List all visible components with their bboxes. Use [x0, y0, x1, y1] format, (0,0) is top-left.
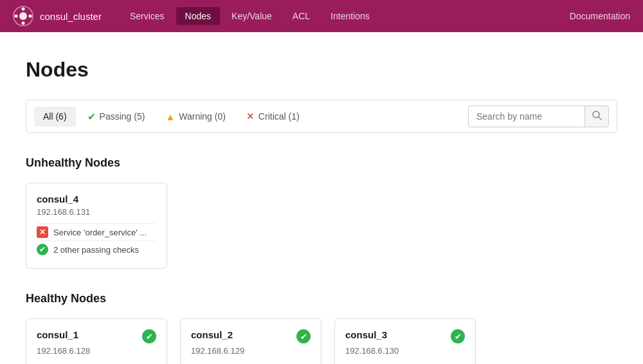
passing-icon: ✔	[87, 111, 96, 123]
navbar-links: Services Nodes Key/Value ACL Intentions	[121, 7, 570, 25]
warning-icon: ▲	[165, 111, 175, 122]
page-title: Nodes	[26, 58, 617, 82]
svg-point-1	[19, 12, 27, 20]
nav-nodes[interactable]: Nodes	[176, 7, 220, 25]
node-header-2: consul_2 ✔	[191, 329, 311, 343]
consul-logo	[13, 6, 33, 26]
node-card-header: consul_4	[37, 194, 156, 205]
node-header-3: consul_3 ✔	[345, 329, 465, 343]
node-check-passing: ✔ 2 other passing checks	[37, 241, 156, 258]
pass-icon-2: ✔	[296, 329, 311, 343]
critical-icon: ✕	[246, 111, 255, 122]
node-card-consul2[interactable]: consul_2 ✔ 192.168.6.129	[180, 318, 322, 364]
search-box	[468, 105, 609, 127]
check-text-critical: Service 'order_service' ...	[53, 228, 147, 237]
node-name: consul_4	[37, 194, 78, 205]
filter-bar: All (6) ✔ Passing (5) ▲ Warning (0) ✕ Cr…	[26, 100, 617, 133]
svg-point-3	[22, 22, 25, 25]
search-button[interactable]	[584, 106, 608, 127]
unhealthy-nodes-grid: consul_4 192.168.6.131 ✕ Service 'order_…	[26, 183, 617, 269]
nav-acl[interactable]: ACL	[284, 7, 319, 25]
nav-services[interactable]: Services	[121, 7, 174, 25]
nav-intentions[interactable]: Intentions	[322, 7, 379, 25]
svg-point-2	[22, 8, 25, 11]
filter-critical-label: Critical (1)	[258, 111, 300, 122]
node-name-2: consul_2	[191, 329, 233, 340]
node-ip-3: 192.168.6.130	[345, 346, 465, 356]
node-card-consul4[interactable]: consul_4 192.168.6.131 ✕ Service 'order_…	[26, 183, 167, 269]
node-card-consul3[interactable]: consul_3 ✔ 192.168.6.130	[334, 318, 476, 364]
pass-icon-3: ✔	[451, 329, 465, 343]
passing-check-icon: ✔	[37, 244, 48, 255]
filter-warning[interactable]: ▲ Warning (0)	[156, 107, 234, 127]
healthy-section: Healthy Nodes consul_1 ✔ 192.168.6.128 c…	[26, 292, 617, 364]
navbar-brand: consul_cluster	[13, 6, 108, 26]
cluster-name: consul_cluster	[40, 11, 102, 22]
svg-point-4	[15, 15, 18, 18]
healthy-nodes-grid: consul_1 ✔ 192.168.6.128 consul_2 ✔ 192.…	[26, 318, 617, 364]
navbar: consul_cluster Services Nodes Key/Value …	[0, 0, 643, 32]
search-icon	[592, 110, 602, 120]
node-ip-2: 192.168.6.129	[191, 346, 311, 356]
node-ip-1: 192.168.6.128	[37, 346, 156, 356]
svg-line-7	[599, 117, 601, 120]
healthy-title: Healthy Nodes	[26, 292, 617, 305]
node-ip: 192.168.6.131	[37, 207, 156, 217]
svg-point-5	[29, 15, 32, 18]
filter-critical[interactable]: ✕ Critical (1)	[237, 107, 309, 127]
main-content: Nodes All (6) ✔ Passing (5) ▲ Warning (0…	[0, 32, 643, 364]
documentation-link[interactable]: Documentation	[570, 11, 630, 21]
filter-passing-label: Passing (5)	[100, 111, 145, 122]
filter-all[interactable]: All (6)	[34, 107, 76, 127]
nav-keyvalue[interactable]: Key/Value	[222, 7, 281, 25]
unhealthy-section: Unhealthy Nodes consul_4 192.168.6.131 ✕…	[26, 156, 617, 269]
filter-warning-label: Warning (0)	[179, 111, 226, 122]
unhealthy-title: Unhealthy Nodes	[26, 156, 617, 170]
filter-passing[interactable]: ✔ Passing (5)	[78, 107, 154, 127]
filter-tabs: All (6) ✔ Passing (5) ▲ Warning (0) ✕ Cr…	[34, 107, 309, 127]
node-header-1: consul_1 ✔	[37, 329, 156, 343]
check-text-passing: 2 other passing checks	[53, 245, 139, 255]
critical-check-icon: ✕	[37, 226, 48, 238]
search-input[interactable]	[469, 107, 584, 125]
node-check-critical: ✕ Service 'order_service' ...	[37, 223, 156, 241]
node-card-consul1[interactable]: consul_1 ✔ 192.168.6.128	[26, 318, 167, 364]
pass-icon-1: ✔	[142, 329, 156, 343]
node-name-3: consul_3	[345, 329, 387, 340]
node-name-1: consul_1	[37, 329, 78, 340]
